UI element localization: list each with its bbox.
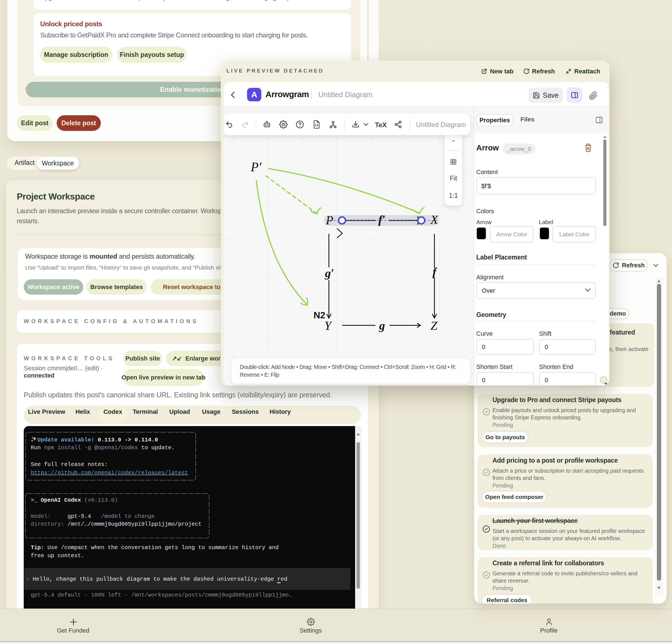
svg-text:P′: P′: [250, 160, 262, 174]
svg-text:P: P: [325, 214, 333, 227]
svg-text:f: f: [432, 265, 437, 278]
svg-text:f′: f′: [378, 213, 386, 226]
svg-text:X: X: [430, 213, 439, 227]
svg-text:g: g: [379, 319, 385, 332]
svg-text:Z: Z: [431, 319, 437, 332]
svg-text:N2: N2: [313, 310, 325, 320]
svg-text:g′: g′: [325, 267, 334, 280]
svg-text:Y: Y: [324, 319, 333, 332]
